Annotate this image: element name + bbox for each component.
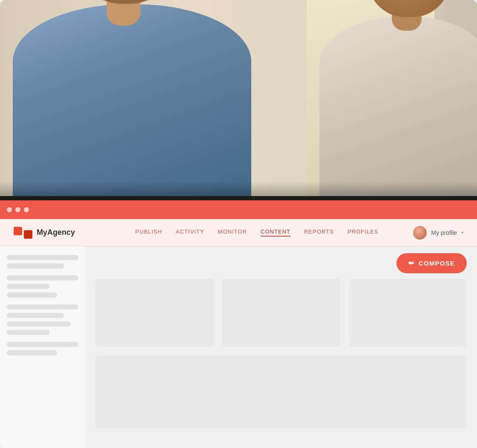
logo-square-left: [14, 227, 22, 235]
card-skeleton-1: [95, 279, 213, 347]
logo-square-right: [24, 230, 32, 239]
skeleton-line: [7, 255, 78, 260]
compose-pencil-icon: ✏: [408, 259, 414, 267]
sidebar-skeleton-group-1: [7, 255, 78, 269]
skeleton-line: [7, 284, 50, 289]
skeleton-line: [7, 313, 64, 318]
skeleton-line: [7, 263, 64, 269]
profile-name: My profile: [431, 229, 457, 236]
logo-text: MyAgency: [37, 228, 75, 237]
browser-chrome: [0, 200, 477, 219]
sidebar: [0, 246, 85, 448]
chevron-down-icon: ▾: [461, 230, 463, 235]
content-area: ✏ COMPOSE: [85, 246, 477, 448]
cards-row-2: [95, 356, 467, 428]
nav-links: PUBLISH ACTIVITY MONITOR CONTENT REPORTS…: [101, 228, 413, 237]
compose-button-label: COMPOSE: [419, 260, 455, 267]
cards-row-1: [95, 279, 467, 347]
traffic-light-minimize[interactable]: [15, 207, 20, 212]
compose-button[interactable]: ✏ COMPOSE: [397, 253, 467, 273]
skeleton-line: [7, 330, 50, 335]
nav-content[interactable]: CONTENT: [261, 228, 290, 237]
sidebar-skeleton-group-2: [7, 275, 78, 298]
skeleton-line: [7, 350, 57, 356]
profile-area[interactable]: My profile ▾: [413, 226, 463, 240]
nav-publish[interactable]: PUBLISH: [135, 228, 162, 237]
skeleton-line: [7, 275, 78, 280]
card-skeleton-3: [349, 279, 467, 347]
card-skeleton-large-1: [95, 356, 467, 428]
main-content: ✏ COMPOSE: [0, 246, 477, 448]
hero-image: [0, 0, 477, 196]
card-skeleton-2: [222, 279, 340, 347]
nav-activity[interactable]: ACTIVITY: [176, 228, 204, 237]
nav-profiles[interactable]: PROFILES: [348, 228, 379, 237]
skeleton-line: [7, 321, 71, 327]
sidebar-skeleton-group-3: [7, 304, 78, 335]
avatar: [413, 226, 427, 240]
navbar: MyAgency PUBLISH ACTIVITY MONITOR CONTEN…: [0, 219, 477, 246]
traffic-light-maximize[interactable]: [24, 207, 29, 212]
skeleton-line: [7, 304, 78, 309]
skeleton-line: [7, 292, 57, 298]
nav-reports[interactable]: REPORTS: [304, 228, 334, 237]
traffic-light-close[interactable]: [7, 207, 12, 212]
nav-monitor[interactable]: MONITOR: [218, 228, 247, 237]
divider-strip: [0, 196, 477, 200]
skeleton-line: [7, 342, 78, 347]
logo-area[interactable]: MyAgency: [14, 227, 75, 239]
logo-icon: [14, 227, 32, 239]
sidebar-skeleton-group-4: [7, 342, 78, 356]
